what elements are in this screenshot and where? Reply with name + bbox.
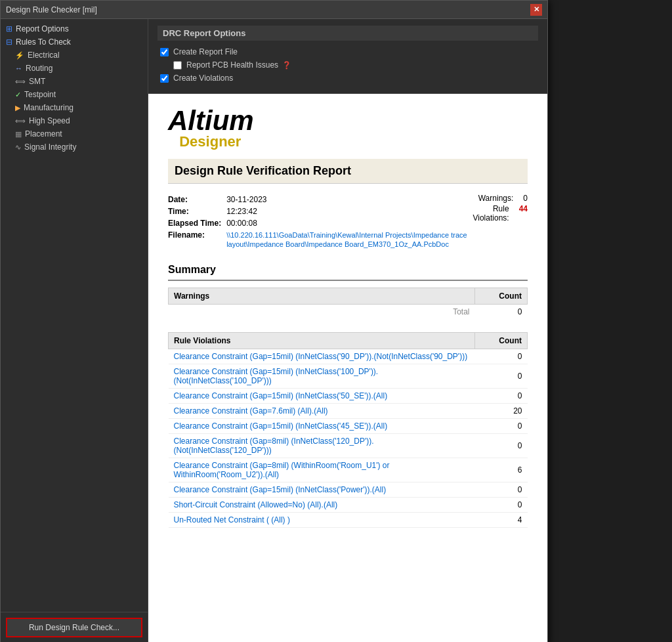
testpoint-label: Testpoint [24,90,56,99]
sidebar-item-highspeed[interactable]: ⟺ High Speed [1,114,148,127]
warnings-total-label: Total [169,305,475,320]
highspeed-icon: ⟺ [15,117,26,125]
violations-table-row: Clearance Constraint (Gap=15mil) (InNetC… [169,419,528,434]
date-label: Date: [168,194,226,205]
violation-rule-link[interactable]: Clearance Constraint (Gap=15mil) (InNetC… [174,421,388,431]
sidebar-item-signal[interactable]: ∿ Signal Integrity [1,140,148,154]
warnings-row: Warnings: 0 [472,194,528,203]
report-options-icon: ⊞ [6,24,12,33]
filename-label: Filename: [168,229,226,250]
meta-left: Date: 30-11-2023 Time: 12:23:42 Elapsed … [168,194,472,250]
smt-icon: ⟺ [15,77,26,86]
violation-count: 0 [475,364,528,389]
create-violations-row: Create Violations [158,74,538,83]
violation-rule-link[interactable]: Clearance Constraint (Gap=8mil) (WithinR… [174,461,390,479]
sidebar-item-manufacturing[interactable]: ▶ Manufacturing [1,101,148,114]
summary-title: Summary [168,260,528,281]
manufacturing-label: Manufacturing [24,103,74,112]
violations-table-row: Short-Circuit Constraint (Allowed=No) (A… [169,498,528,513]
report-meta: Date: 30-11-2023 Time: 12:23:42 Elapsed … [168,194,528,250]
sidebar-item-report-options[interactable]: ⊞ Report Options [1,22,148,35]
date-value: 30-11-2023 [226,194,472,205]
time-value: 12:23:42 [226,205,472,217]
run-design-rule-check-button[interactable]: Run Design Rule Check... [6,618,142,637]
routing-label: Routing [26,64,52,73]
filename-link[interactable]: \\10.220.16.111\GoaData\Training\Kewal\I… [226,231,467,248]
placement-icon: ▦ [15,130,22,139]
dialog-titlebar: Design Rule Checker [mil] ✕ [1,1,547,19]
elapsed-label: Elapsed Time: [168,217,226,229]
violations-table-row: Clearance Constraint (Gap=7.6mil) (All).… [169,404,528,419]
violation-rule-link[interactable]: Clearance Constraint (Gap=15mil) (InNetC… [174,352,468,361]
summary-section: Summary Warnings Count [168,260,528,319]
violation-count: 4 [475,513,528,528]
create-violations-checkbox[interactable] [160,74,169,83]
violation-rule-link[interactable]: Clearance Constraint (Gap=15mil) (InNetC… [174,391,388,400]
violations-table-row: Clearance Constraint (Gap=15mil) (InNetC… [169,349,528,364]
violations-row: Rule Violations: 44 [472,204,528,223]
violation-count: 6 [475,458,528,482]
run-btn-area: Run Design Rule Check... [1,612,148,642]
report-heading: Design Rule Verification Report [168,159,528,184]
violation-rule-link[interactable]: Clearance Constraint (Gap=15mil) (InNetC… [174,367,379,385]
violation-count: 0 [475,498,528,513]
signal-icon: ∿ [15,143,21,152]
elapsed-value: 00:00:08 [226,217,472,229]
rules-to-check-label: Rules To Check [16,37,71,47]
dialog-body: ⊞ Report Options ⊟ Rules To Check ⚡ Elec… [1,19,547,642]
close-button[interactable]: ✕ [530,4,542,16]
sidebar-tree: ⊞ Report Options ⊟ Rules To Check ⚡ Elec… [1,19,148,612]
sidebar-item-smt[interactable]: ⟺ SMT [1,75,148,88]
violations-label: Rule Violations: [472,204,509,223]
smt-label: SMT [29,77,45,86]
sidebar: ⊞ Report Options ⊟ Rules To Check ⚡ Elec… [1,19,148,642]
violation-rule-link[interactable]: Clearance Constraint (Gap=15mil) (InNetC… [174,485,387,494]
create-report-file-row: Create Report File [158,47,538,56]
warnings-table: Warnings Count Total 0 [168,288,528,319]
electrical-label: Electrical [28,51,60,60]
routing-icon: ↔ [15,64,22,72]
violations-table-row: Clearance Constraint (Gap=15mil) (InNetC… [169,364,528,389]
drc-options-title: DRC Report Options [158,26,538,41]
violations-table-row: Clearance Constraint (Gap=8mil) (InNetCl… [169,434,528,458]
sidebar-item-rules-to-check[interactable]: ⊟ Rules To Check [1,35,148,49]
help-icon[interactable]: ❓ [282,61,291,70]
violation-rule-link[interactable]: Clearance Constraint (Gap=7.6mil) (All).… [174,406,328,416]
rules-to-check-icon: ⊟ [6,37,12,47]
right-panel: DRC Report Options Create Report File Re… [148,19,547,642]
report-pcb-health-row: Report PCB Health Issues ❓ [158,60,538,70]
report-pcb-health-label: Report PCB Health Issues [186,60,278,70]
violations-table-row: Clearance Constraint (Gap=8mil) (WithinR… [169,458,528,482]
report-pcb-health-checkbox[interactable] [173,61,182,70]
create-report-file-checkbox[interactable] [160,48,169,56]
dialog-window: Design Rule Checker [mil] ✕ ⊞ Report Opt… [0,0,548,642]
warnings-count: 0 [523,194,528,203]
report-content: Altium Designer Design Rule Verification… [148,94,547,554]
violations-section: Rule Violations Count Clearance Constrai… [168,332,528,528]
violation-count: 0 [475,419,528,434]
warnings-count-header: Count [475,288,528,305]
sidebar-item-placement[interactable]: ▦ Placement [1,127,148,140]
report-options-label: Report Options [16,24,69,33]
manufacturing-icon: ▶ [15,104,20,112]
violations-table-row: Un-Routed Net Constraint ( (All) )4 [169,513,528,528]
electrical-icon: ⚡ [15,51,24,60]
violation-rule-link[interactable]: Short-Circuit Constraint (Allowed=No) (A… [174,500,338,509]
violations-count: 44 [519,204,528,223]
violation-count: 0 [475,389,528,404]
violation-count: 0 [475,434,528,458]
sidebar-item-routing[interactable]: ↔ Routing [1,62,148,75]
create-report-file-label: Create Report File [173,47,238,56]
violation-rule-link[interactable]: Un-Routed Net Constraint ( (All) ) [174,515,290,524]
sidebar-item-electrical[interactable]: ⚡ Electrical [1,49,148,62]
drc-options-panel: DRC Report Options Create Report File Re… [148,19,547,94]
report-panel: Altium Designer Design Rule Verification… [148,94,547,642]
testpoint-icon: ✓ [15,91,21,99]
violations-table-row: Clearance Constraint (Gap=15mil) (InNetC… [169,389,528,404]
violations-table: Rule Violations Count Clearance Constrai… [168,332,528,528]
sidebar-item-testpoint[interactable]: ✓ Testpoint [1,88,148,101]
violation-rule-link[interactable]: Clearance Constraint (Gap=8mil) (InNetCl… [174,437,374,455]
time-label: Time: [168,205,226,217]
violations-count-header: Count [475,333,528,349]
violations-col-header: Rule Violations [169,333,475,349]
